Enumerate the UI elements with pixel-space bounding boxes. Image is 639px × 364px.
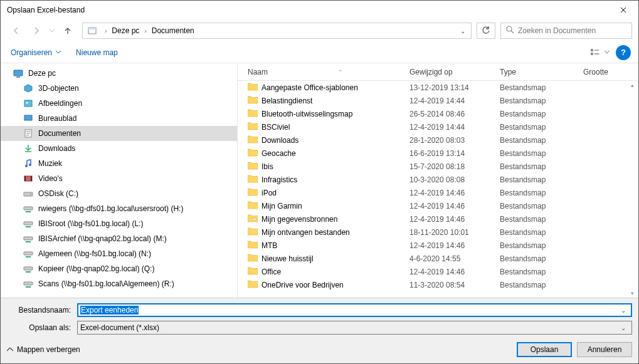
tree-item[interactable]: IBISArchief (\\bg-qnap02.bg.local) (M:) — [1, 231, 237, 246]
tree-root-this-pc[interactable]: Deze pc — [1, 66, 237, 81]
scrollbar[interactable]: ▴▾ — [627, 82, 637, 296]
file-modified: 10-3-2020 08:08 — [409, 175, 500, 184]
help-button[interactable]: ? — [616, 45, 631, 60]
file-row[interactable]: MTB12-4-2019 14:46Bestandsmap — [238, 239, 638, 252]
file-row[interactable]: BSCiviel12-4-2019 14:44Bestandsmap — [238, 120, 638, 133]
file-modified: 11-3-2020 08:54 — [409, 281, 500, 289]
file-row[interactable]: OneDrive voor Bedrijven11-3-2020 08:54Be… — [238, 278, 638, 291]
svg-point-11 — [25, 165, 28, 167]
search-placeholder: Zoeken in Documenten — [518, 26, 596, 35]
file-modified: 12-4-2019 14:46 — [409, 215, 500, 224]
search-input[interactable]: Zoeken in Documenten — [500, 23, 632, 39]
breadcrumb-root[interactable]: Deze pc — [110, 26, 140, 35]
tree-item[interactable]: Algemeen (\\bg-fs01.bg.local) (N:) — [1, 246, 237, 261]
organize-menu[interactable]: Organiseren — [8, 46, 63, 60]
filename-input[interactable]: Export eenheden ⌄ — [77, 303, 632, 317]
svg-rect-5 — [14, 70, 23, 76]
tree-item-label: Video's — [38, 174, 63, 183]
tree-item[interactable]: OSDisk (C:) — [1, 186, 237, 201]
svg-rect-14 — [24, 176, 26, 181]
file-row[interactable]: iPod12-4-2019 14:46Bestandsmap — [238, 186, 638, 199]
column-type[interactable]: Type — [500, 68, 583, 76]
hide-folders-label: Mappen verbergen — [17, 345, 80, 354]
file-row[interactable]: Mijn Garmin12-4-2019 14:46Bestandsmap — [238, 199, 638, 212]
tree-item[interactable]: 3D-objecten — [1, 81, 237, 96]
folder-icon — [248, 266, 258, 277]
recent-dropdown[interactable] — [47, 22, 57, 39]
file-row[interactable]: Mijn ontvangen bestanden18-11-2020 10:01… — [238, 226, 638, 239]
tree-item[interactable]: Downloads — [1, 141, 237, 156]
breadcrumb[interactable]: › Deze pc › Documenten ⌄ — [82, 23, 472, 39]
file-type: Bestandsmap — [500, 175, 583, 184]
refresh-button[interactable] — [477, 23, 495, 39]
file-type: Bestandsmap — [500, 215, 583, 224]
file-modified: 26-5-2014 08:46 — [409, 110, 500, 118]
folder-icon — [248, 122, 258, 132]
file-name: Mijn Garmin — [261, 202, 302, 211]
saveas-dropdown[interactable]: ⌄ — [618, 325, 629, 331]
file-row[interactable]: Infragistics10-3-2020 08:08Bestandsmap — [238, 173, 638, 186]
tree-item[interactable]: IBISroot (\\bg-fs01.bg.local) (L:) — [1, 216, 237, 231]
tree-item-icon — [23, 249, 33, 259]
close-button[interactable] — [610, 1, 637, 19]
tree-item[interactable]: Video's — [1, 171, 237, 186]
filename-row: Bestandsnaam: Export eenheden ⌄ — [7, 303, 632, 317]
tree-item[interactable]: Bureaublad — [1, 111, 237, 126]
column-modified[interactable]: Gewijzigd op — [409, 68, 500, 76]
file-row[interactable]: Belastingdienst12-4-2019 14:44Bestandsma… — [238, 94, 638, 107]
tree-item[interactable]: Scans (\\bg-fs01.bg.local\Algemeen) (R:) — [1, 276, 237, 291]
navigation-tree[interactable]: Deze pc 3D-objectenAfbeeldingenBureaubla… — [1, 63, 238, 298]
tree-item-icon — [23, 128, 33, 138]
saveas-value: Excel-document (*.xlsx) — [80, 323, 159, 332]
tree-item[interactable]: Kopieer (\\bg-qnap02.bg.local) (Q:) — [1, 261, 237, 276]
window-title: Opslaan Excel-bestand — [7, 6, 610, 14]
tree-item[interactable]: rwiegers (\\bg-dfs01.bg.local\usersroot)… — [1, 201, 237, 216]
folder-icon — [248, 253, 258, 264]
view-options-button[interactable] — [591, 45, 610, 60]
breadcrumb-dropdown[interactable]: ⌄ — [455, 28, 470, 34]
chevron-right-icon: › — [140, 28, 150, 34]
file-name: Bluetooth-uitwisselingsmap — [261, 110, 352, 118]
column-name[interactable]: Naam ⌃ — [248, 68, 409, 76]
file-modified: 4-6-2020 14:55 — [409, 254, 500, 263]
hide-folders-toggle[interactable]: Mappen verbergen — [7, 345, 80, 354]
file-row[interactable]: Ibis15-7-2020 08:18Bestandsmap — [238, 160, 638, 173]
file-name: Mijn ontvangen bestanden — [261, 228, 350, 237]
file-name: Aangepaste Office-sjablonen — [261, 83, 358, 92]
new-folder-button[interactable]: Nieuwe map — [73, 46, 120, 60]
file-name: BSCiviel — [261, 123, 290, 132]
breadcrumb-folder[interactable]: Documenten — [151, 26, 196, 35]
tree-item-icon — [23, 204, 33, 214]
file-modified: 12-4-2019 14:46 — [409, 241, 500, 250]
column-headers: Naam ⌃ Gewijzigd op Type Grootte — [238, 63, 638, 81]
file-modified: 12-4-2019 14:44 — [409, 96, 500, 105]
file-row[interactable]: Office12-4-2019 14:46Bestandsmap — [238, 265, 638, 278]
svg-rect-3 — [591, 49, 593, 51]
saveas-select[interactable]: Excel-document (*.xlsx) ⌄ — [77, 321, 632, 335]
cancel-button[interactable]: Annuleren — [577, 342, 632, 357]
file-rows[interactable]: ▴▾ Aangepaste Office-sjablonen13-12-2019… — [238, 81, 638, 298]
file-type: Bestandsmap — [500, 162, 583, 171]
file-row[interactable]: Nieuwe huisstijl4-6-2020 14:55Bestandsma… — [238, 252, 638, 265]
folder-icon — [248, 95, 258, 106]
tree-item[interactable]: Afbeeldingen — [1, 96, 237, 111]
back-button[interactable] — [7, 22, 26, 39]
file-type: Bestandsmap — [500, 149, 583, 158]
filename-dropdown[interactable]: ⌄ — [618, 307, 629, 314]
tree-item[interactable]: Documenten — [1, 126, 237, 141]
file-type: Bestandsmap — [500, 241, 583, 250]
forward-button[interactable] — [27, 22, 46, 39]
save-button[interactable]: Opslaan — [517, 342, 572, 357]
file-row[interactable]: Downloads28-1-2020 08:03Bestandsmap — [238, 133, 638, 147]
folder-icon — [248, 227, 258, 237]
file-type: Bestandsmap — [500, 228, 583, 237]
file-row[interactable]: Mijn gegevensbronnen12-4-2019 14:46Besta… — [238, 212, 638, 226]
up-button[interactable] — [58, 22, 77, 39]
tree-item[interactable]: Muziek — [1, 156, 237, 171]
column-size[interactable]: Grootte — [583, 68, 638, 76]
file-row[interactable]: Geocache16-6-2019 13:14Bestandsmap — [238, 147, 638, 160]
file-type: Bestandsmap — [500, 83, 583, 92]
file-row[interactable]: Aangepaste Office-sjablonen13-12-2019 13… — [238, 81, 638, 94]
file-row[interactable]: Bluetooth-uitwisselingsmap26-5-2014 08:4… — [238, 107, 638, 120]
svg-rect-21 — [24, 252, 33, 255]
